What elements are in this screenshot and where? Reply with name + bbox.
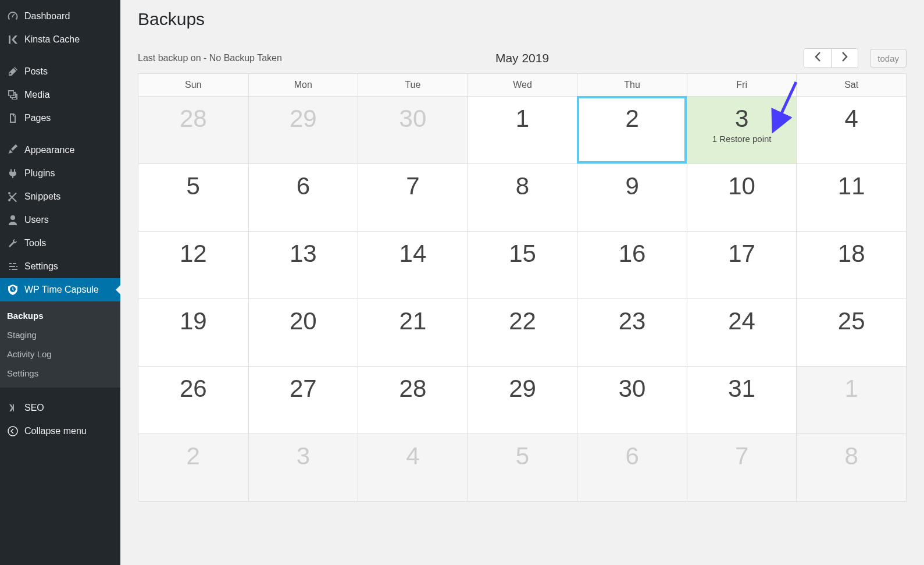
day-number: 10 (687, 172, 797, 200)
calendar-day-cell[interactable]: 14 (358, 231, 468, 299)
sidebar-item-settings[interactable]: Settings (0, 255, 120, 278)
snippets-icon (7, 191, 19, 202)
calendar-day-cell[interactable]: 19 (138, 299, 248, 366)
calendar-day-cell[interactable]: 12 (138, 231, 248, 299)
day-number: 13 (249, 240, 358, 268)
calendar-day-cell[interactable]: 20 (248, 299, 358, 366)
admin-sidebar: DashboardKinsta CachePostsMediaPagesAppe… (0, 0, 120, 565)
calendar-day-cell[interactable]: 18 (796, 231, 906, 299)
calendar-day-cell[interactable]: 5 (138, 164, 248, 231)
sidebar-item-label: SEO (24, 403, 44, 413)
sidebar-item-seo[interactable]: SEO (0, 396, 120, 420)
calendar-day-cell[interactable]: 2 (138, 433, 248, 501)
sidebar-item-pages[interactable]: Pages (0, 106, 120, 130)
calendar-day-cell[interactable]: 24 (687, 299, 797, 366)
day-number: 20 (249, 307, 358, 335)
sidebar-item-label: Dashboard (24, 11, 70, 22)
weekday-header: Fri (687, 74, 797, 96)
calendar-day-cell[interactable]: 23 (577, 299, 687, 366)
sidebar-item-appearance[interactable]: Appearance (0, 138, 120, 162)
calendar-day-cell[interactable]: 31 (687, 366, 797, 433)
calendar-day-cell[interactable]: 3 (248, 433, 358, 501)
calendar-day-cell[interactable]: 30 (577, 366, 687, 433)
day-number: 5 (468, 442, 577, 470)
sidebar-item-kinsta-cache[interactable]: Kinsta Cache (0, 28, 120, 51)
calendar-day-cell[interactable]: 29 (248, 96, 358, 164)
chevron-right-icon (841, 52, 848, 65)
day-number: 18 (797, 240, 906, 268)
sidebar-item-users[interactable]: Users (0, 208, 120, 232)
calendar-day-cell[interactable]: 8 (796, 433, 906, 501)
sidebar-item-label: Media (24, 90, 50, 100)
day-number: 30 (358, 105, 468, 133)
calendar-day-cell[interactable]: 17 (687, 231, 797, 299)
appearance-icon (7, 144, 19, 156)
calendar-day-cell[interactable]: 26 (138, 366, 248, 433)
sidebar-item-media[interactable]: Media (0, 83, 120, 106)
sidebar-item-tools[interactable]: Tools (0, 232, 120, 255)
calendar-day-cell[interactable]: 27 (248, 366, 358, 433)
calendar-day-cell[interactable]: 13 (248, 231, 358, 299)
calendar-day-cell[interactable]: 22 (468, 299, 577, 366)
day-number: 1 (468, 105, 577, 133)
calendar-day-cell[interactable]: 30 (358, 96, 468, 164)
weekday-header: Mon (248, 74, 358, 96)
calendar-day-cell[interactable]: 1 (468, 96, 577, 164)
dashboard-icon (7, 10, 19, 22)
day-number: 27 (249, 375, 358, 403)
calendar-day-cell[interactable]: 4 (796, 96, 906, 164)
calendar-day-cell[interactable]: 28 (138, 96, 248, 164)
day-number: 24 (687, 307, 797, 335)
sidebar-item-label: Plugins (24, 168, 55, 179)
calendar-day-cell[interactable]: 25 (796, 299, 906, 366)
calendar-day-cell[interactable]: 4 (358, 433, 468, 501)
submenu-item-settings[interactable]: Settings (0, 364, 120, 383)
day-number: 11 (797, 172, 906, 200)
sidebar-item-label: Posts (24, 66, 48, 77)
sidebar-item-plugins[interactable]: Plugins (0, 162, 120, 185)
weekday-header: Tue (358, 74, 468, 96)
calendar-day-cell[interactable]: 29 (468, 366, 577, 433)
calendar-day-cell[interactable]: 10 (687, 164, 797, 231)
submenu-item-backups[interactable]: Backups (0, 306, 120, 325)
calendar-day-cell[interactable]: 31 Restore point (687, 96, 797, 164)
tools-icon (7, 237, 19, 249)
sidebar-item-posts[interactable]: Posts (0, 60, 120, 83)
calendar-toolbar: Last backup on - No Backup Taken May 201… (138, 47, 907, 70)
calendar-day-cell[interactable]: 5 (468, 433, 577, 501)
day-number: 8 (797, 442, 906, 470)
calendar-day-cell[interactable]: 15 (468, 231, 577, 299)
calendar-day-cell[interactable]: 1 (796, 366, 906, 433)
calendar-day-cell[interactable]: 16 (577, 231, 687, 299)
sidebar-item-dashboard[interactable]: Dashboard (0, 5, 120, 28)
day-number: 9 (577, 172, 687, 200)
day-number: 23 (577, 307, 687, 335)
calendar-day-cell[interactable]: 28 (358, 366, 468, 433)
calendar-day-cell[interactable]: 7 (687, 433, 797, 501)
calendar-day-cell[interactable]: 6 (248, 164, 358, 231)
prev-month-button[interactable] (804, 49, 831, 67)
sidebar-item-wp-time-capsule[interactable]: WP Time Capsule (0, 278, 120, 301)
calendar-day-cell[interactable]: 9 (577, 164, 687, 231)
next-month-button[interactable] (831, 49, 858, 67)
submenu-item-activity-log[interactable]: Activity Log (0, 344, 120, 364)
calendar-day-cell[interactable]: 11 (796, 164, 906, 231)
day-number: 12 (138, 240, 248, 268)
calendar-day-cell[interactable]: 6 (577, 433, 687, 501)
day-number: 15 (468, 240, 577, 268)
calendar-day-cell[interactable]: 21 (358, 299, 468, 366)
today-button[interactable]: today (870, 49, 907, 67)
sidebar-item-collapse-menu[interactable]: Collapse menu (0, 420, 120, 443)
calendar-day-cell[interactable]: 7 (358, 164, 468, 231)
submenu-item-staging[interactable]: Staging (0, 325, 120, 344)
sidebar-item-label: Settings (24, 261, 58, 272)
weekday-header: Sat (796, 74, 906, 96)
day-number: 3 (687, 105, 797, 133)
content-area: Backups Last backup on - No Backup Taken… (120, 0, 924, 565)
seo-icon (7, 402, 19, 414)
day-number: 28 (358, 375, 468, 403)
calendar-day-cell[interactable]: 8 (468, 164, 577, 231)
sidebar-item-snippets[interactable]: Snippets (0, 185, 120, 208)
calendar-day-cell[interactable]: 2 (577, 96, 687, 164)
sidebar-separator (0, 388, 120, 396)
